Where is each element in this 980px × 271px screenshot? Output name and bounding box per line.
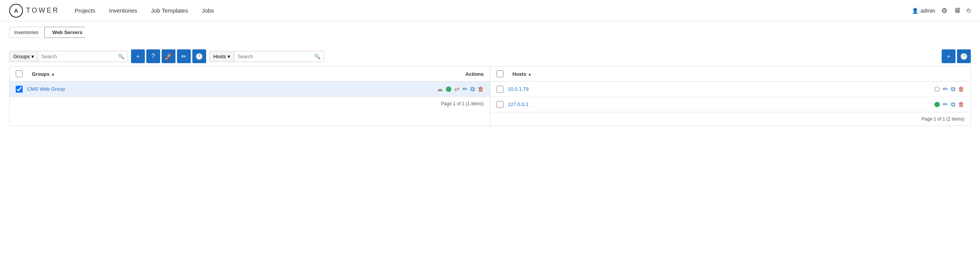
nav-job-templates[interactable]: Job Templates (151, 7, 188, 14)
monitor-icon[interactable]: 🖥 (954, 7, 960, 15)
host-delete-icon[interactable]: 🗑 (958, 86, 964, 93)
main-content: Groups ▾ 🔍 ＋ ? 🚀 ✏ 🕐 (0, 43, 980, 132)
two-column-layout: Groups ▲ Actions CMS Web Group ☁ ⇄ ✏ ⧉ 🗑 (9, 66, 971, 126)
group-name-cell: CMS Web Group (27, 86, 437, 92)
navbar: A TOWER Projects Inventories Job Templat… (0, 0, 980, 21)
pencil-icon: ✏ (181, 53, 186, 60)
breadcrumb: Inventories Web Servers (0, 21, 980, 43)
groups-actions-header: Actions (465, 71, 484, 77)
host-status-dot-grey (934, 87, 940, 92)
group-row-actions: ☁ ⇄ ✏ ⧉ 🗑 (437, 85, 484, 93)
nav-jobs[interactable]: Jobs (202, 7, 214, 14)
user-icon: 👤 (912, 8, 918, 14)
hosts-pagination: Page 1 of 1 (2 items) (490, 112, 971, 126)
schedule-button[interactable]: 🕐 (192, 49, 206, 63)
launch-button[interactable]: 🚀 (162, 49, 175, 63)
transfer-icon[interactable]: ⇄ (454, 85, 459, 93)
hosts-search-group: Hosts ▾ 🔍 (209, 51, 324, 62)
breadcrumb-web-servers[interactable]: Web Servers (44, 27, 89, 38)
help-icon: ? (151, 53, 155, 60)
groups-search-group: Groups ▾ 🔍 (9, 51, 128, 62)
center-actions: ＋ ? 🚀 ✏ 🕐 (131, 49, 206, 63)
hosts-select-all-checkbox[interactable] (497, 70, 503, 77)
hosts-table-header: Hosts ▲ (490, 67, 971, 82)
nav-inventories[interactable]: Inventories (109, 7, 137, 14)
hosts-search-input[interactable] (234, 51, 311, 62)
host-row-actions: ✏ ⧉ 🗑 (934, 101, 964, 108)
groups-pagination-text: Page 1 of 1 (1 items) (441, 101, 483, 106)
hosts-column: Hosts ▲ 10.0.1.79 ✏ ⧉ 🗑 (490, 66, 971, 126)
host-name-cell: 127.0.0.1 (508, 101, 935, 107)
hosts-sort-icon: ▲ (528, 72, 532, 76)
group-copy-icon[interactable]: ⧉ (470, 86, 475, 93)
nav-right: 👤 admin ⚙ 🖥 ⎋ (912, 7, 971, 15)
logo-text: TOWER (26, 7, 59, 15)
right-actions: ＋ 🕐 (942, 49, 971, 63)
groups-search-input[interactable] (38, 51, 115, 62)
host-delete-icon[interactable]: 🗑 (958, 101, 964, 108)
groups-column-header: Groups (32, 71, 49, 77)
clock-icon: 🕐 (195, 53, 203, 60)
host-row-checkbox[interactable] (497, 101, 503, 108)
settings-icon[interactable]: ⚙ (941, 7, 947, 15)
table-row: 10.0.1.79 ✏ ⧉ 🗑 (490, 82, 971, 97)
groups-filter-dropdown[interactable]: Groups ▾ (10, 51, 38, 62)
groups-pagination: Page 1 of 1 (1 items) (10, 97, 490, 110)
host-edit-icon[interactable]: ✏ (943, 101, 948, 108)
host-name-cell: 10.0.1.79 (508, 86, 935, 92)
groups-sort-icon: ▲ (51, 72, 55, 76)
schedule-host-button[interactable]: 🕐 (957, 49, 971, 63)
add-host-icon: ＋ (946, 52, 952, 60)
groups-search-button[interactable]: 🔍 (115, 51, 128, 62)
groups-column: Groups ▲ Actions CMS Web Group ☁ ⇄ ✏ ⧉ 🗑 (9, 66, 490, 126)
hosts-pagination-text: Page 1 of 1 (2 items) (922, 116, 964, 122)
schedule-host-icon: 🕐 (960, 53, 968, 60)
hosts-search-button[interactable]: 🔍 (311, 51, 324, 62)
groups-select-all-checkbox[interactable] (16, 70, 23, 77)
hosts-filter-chevron: ▾ (228, 54, 230, 59)
logo-icon: A (9, 4, 23, 18)
host-copy-icon[interactable]: ⧉ (951, 101, 955, 108)
groups-table-header: Groups ▲ Actions (10, 67, 490, 82)
toolbar-row: Groups ▾ 🔍 ＋ ? 🚀 ✏ 🕐 (9, 49, 971, 63)
breadcrumb-inventories[interactable]: Inventories (9, 27, 45, 38)
host-copy-icon[interactable]: ⧉ (951, 86, 955, 93)
nav-links: Projects Inventories Job Templates Jobs (75, 7, 912, 14)
username: admin (921, 8, 935, 14)
add-button[interactable]: ＋ (131, 49, 145, 63)
cloud-icon[interactable]: ☁ (437, 85, 443, 93)
host-status-dot-green (934, 102, 940, 107)
hosts-column-header: Hosts (513, 71, 526, 77)
group-status-dot (446, 87, 451, 92)
group-row-checkbox[interactable] (16, 86, 23, 93)
rocket-icon: 🚀 (165, 53, 172, 60)
help-button[interactable]: ? (146, 49, 160, 63)
nav-user: 👤 admin (912, 8, 935, 14)
hosts-filter-label: Hosts (213, 54, 226, 59)
edit-button[interactable]: ✏ (177, 49, 191, 63)
host-row-checkbox[interactable] (497, 86, 503, 93)
host-edit-icon[interactable]: ✏ (943, 85, 948, 93)
group-delete-icon[interactable]: 🗑 (478, 86, 484, 93)
groups-filter-label: Groups (13, 54, 30, 59)
hosts-filter-dropdown[interactable]: Hosts ▾ (210, 51, 234, 62)
add-host-button[interactable]: ＋ (942, 49, 955, 63)
groups-filter-chevron: ▾ (31, 54, 34, 59)
group-edit-icon[interactable]: ✏ (462, 85, 467, 93)
logout-icon[interactable]: ⎋ (967, 7, 971, 15)
group-name-link[interactable]: CMS Web Group (27, 86, 65, 92)
table-row: 127.0.0.1 ✏ ⧉ 🗑 (490, 97, 971, 112)
host-name-link[interactable]: 127.0.0.1 (508, 101, 529, 107)
host-row-actions: ✏ ⧉ 🗑 (934, 85, 964, 93)
nav-projects[interactable]: Projects (75, 7, 95, 14)
table-row: CMS Web Group ☁ ⇄ ✏ ⧉ 🗑 (10, 82, 490, 97)
host-name-link[interactable]: 10.0.1.79 (508, 86, 529, 92)
logo: A TOWER (9, 4, 59, 18)
add-icon: ＋ (135, 52, 141, 60)
